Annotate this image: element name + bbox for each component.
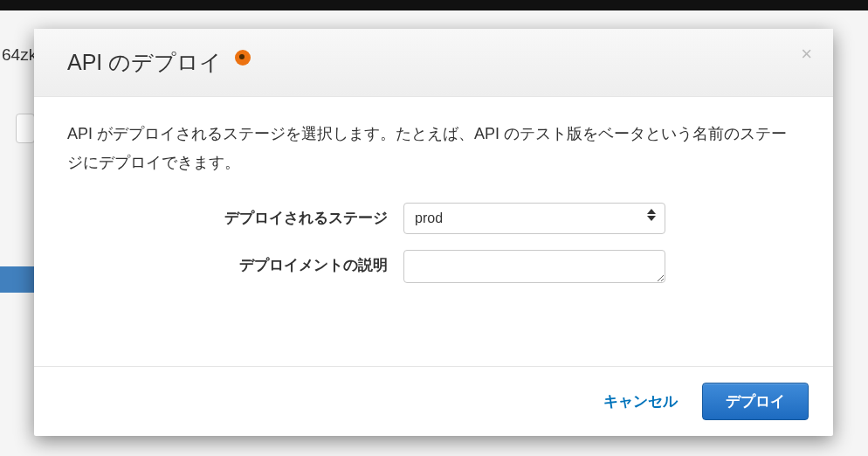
cancel-button[interactable]: キャンセル xyxy=(598,384,683,418)
modal-header: API のデプロイ × xyxy=(34,29,833,97)
deployment-description-label: デプロイメントの説明 xyxy=(67,250,403,275)
stage-select-wrap: prod xyxy=(403,203,665,234)
close-icon: × xyxy=(801,43,812,65)
stage-select-value: prod xyxy=(415,211,443,226)
deployment-description-wrap xyxy=(403,250,665,287)
unsaved-indicator-icon xyxy=(235,50,251,66)
modal-title-text: API のデプロイ xyxy=(67,50,222,74)
form-row-description: デプロイメントの説明 xyxy=(67,250,800,287)
deployment-description-input[interactable] xyxy=(403,250,665,283)
modal-overlay: API のデプロイ × API がデプロイされるステージを選択します。たとえば、… xyxy=(0,0,868,456)
chevron-up-icon xyxy=(647,209,656,214)
select-caret-icon xyxy=(647,209,656,221)
deploy-button[interactable]: デプロイ xyxy=(702,383,809,420)
deploy-api-modal: API のデプロイ × API がデプロイされるステージを選択します。たとえば、… xyxy=(34,29,833,436)
modal-title: API のデプロイ xyxy=(67,48,251,77)
chevron-down-icon xyxy=(647,216,656,221)
close-button[interactable]: × xyxy=(801,45,812,64)
modal-description: API がデプロイされるステージを選択します。たとえば、API のテスト版をベー… xyxy=(67,120,800,178)
modal-footer: キャンセル デプロイ xyxy=(34,366,833,436)
stage-label: デプロイされるステージ xyxy=(67,203,403,228)
stage-select[interactable]: prod xyxy=(403,203,665,234)
form-row-stage: デプロイされるステージ prod xyxy=(67,203,800,234)
modal-body: API がデプロイされるステージを選択します。たとえば、API のテスト版をベー… xyxy=(34,97,833,366)
